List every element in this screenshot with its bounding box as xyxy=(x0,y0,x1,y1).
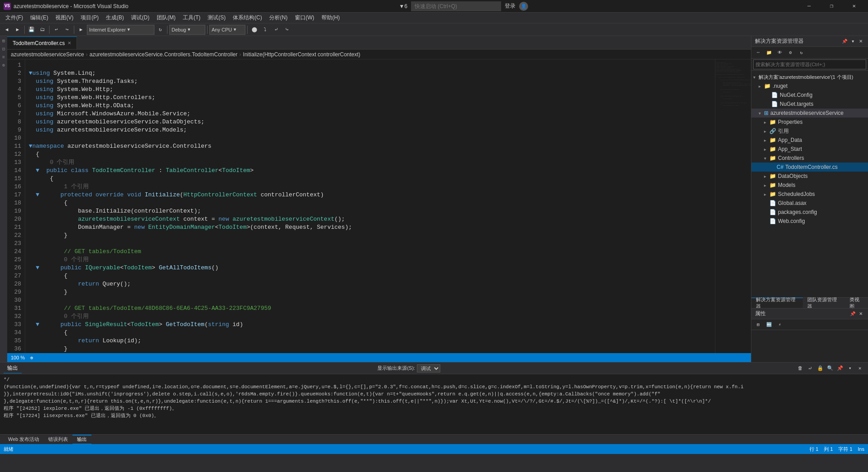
tree-globalasax[interactable]: 📄 Global.asax xyxy=(751,199,868,208)
config-dropdown[interactable]: Debug ▾ xyxy=(169,25,205,35)
output-word-wrap[interactable]: ⤾ xyxy=(806,364,815,373)
breadcrumb-root[interactable]: azuretestmobileserviceService xyxy=(11,51,84,58)
tab-todo-controller[interactable]: TodoItemController.cs ✕ xyxy=(7,36,77,49)
tab-close[interactable]: ✕ xyxy=(68,41,71,45)
breadcrumb-class[interactable]: azuretestmobileserviceService.Controller… xyxy=(90,51,238,58)
globalasax-icon: 📄 xyxy=(769,200,776,206)
tree-nuget[interactable]: ▸ 📁 .nuget xyxy=(751,82,868,91)
status-tab-web-publish[interactable]: Web 发布活动 xyxy=(4,435,44,445)
tree-nugettargets[interactable]: 📄 NuGet.targets xyxy=(751,100,868,109)
tree-packages[interactable]: 📄 packages.config xyxy=(751,208,868,217)
menu-project[interactable]: 项目(P) xyxy=(77,13,102,23)
browser-dropdown[interactable]: Internet Explorer ▾ xyxy=(87,25,154,35)
sol-hide[interactable]: ▾ xyxy=(849,38,856,45)
sol-sync[interactable]: ↔ xyxy=(753,48,763,58)
code-scroll[interactable]: 12345 678910 1112131415 1617181920 21222… xyxy=(7,59,751,353)
status-tab-output[interactable]: 输出 xyxy=(72,435,91,445)
tree-scheduledjobs[interactable]: ▸ 📁 ScheduledJobs xyxy=(751,190,868,199)
toolbar-undo[interactable]: ↩ xyxy=(51,25,61,35)
menu-tools[interactable]: 工具(T) xyxy=(179,13,204,23)
platform-dropdown[interactable]: Any CPU ▾ xyxy=(209,25,245,35)
properties-label: Properties xyxy=(778,119,803,125)
sol-tab-team[interactable]: 团队资源管理器 xyxy=(803,298,845,309)
activity-solution[interactable]: ⊞ xyxy=(0,38,7,44)
sol-show-all[interactable]: 👁 xyxy=(775,48,785,58)
menu-view[interactable]: 视图(V) xyxy=(52,13,77,23)
minimize-button[interactable]: ─ xyxy=(799,0,819,13)
toolbar-breakpoints[interactable]: ⬤ xyxy=(249,25,259,35)
toolbar-save-all[interactable]: 🗂 xyxy=(37,25,47,35)
menu-architecture[interactable]: 体系结构(C) xyxy=(229,13,266,23)
toolbar-redo[interactable]: ↪ xyxy=(62,25,72,35)
menu-edit[interactable]: 编辑(E) xyxy=(27,13,52,23)
status-tab-errors[interactable]: 错误列表 xyxy=(44,435,72,445)
output-lock[interactable]: 🔒 xyxy=(816,364,825,373)
user-login[interactable]: 登录 xyxy=(505,2,515,10)
props-sort-cat[interactable]: ⊞ xyxy=(753,320,763,330)
breadcrumb-method[interactable]: Initialize(HttpControllerContext control… xyxy=(243,51,361,58)
sol-refresh[interactable]: ↻ xyxy=(796,48,806,58)
sol-new-folder[interactable]: 📁 xyxy=(764,48,774,58)
toolbar-step-over[interactable]: ⤵ xyxy=(260,25,270,35)
code-editor[interactable]: ▼using System.Linq; using System.Threadi… xyxy=(25,59,715,353)
tree-project[interactable]: ▾ ⊞ azuretestmobileserviceService xyxy=(751,109,868,118)
tree-models[interactable]: ▸ 📁 Models xyxy=(751,181,868,190)
quick-launch-search[interactable] xyxy=(411,1,501,11)
tree-controllers[interactable]: ▾ 📁 Controllers xyxy=(751,154,868,163)
toolbar-back[interactable]: ◀ xyxy=(2,25,12,35)
toolbar-refresh[interactable]: ↻ xyxy=(155,25,165,35)
tree-appdata[interactable]: ▸ 📁 App_Data xyxy=(751,136,868,145)
webconfig-label: Web.config xyxy=(778,218,805,224)
notifications-badge[interactable]: ▼6 xyxy=(399,3,407,9)
menu-test[interactable]: 测试(S) xyxy=(204,13,229,23)
tree-todocontroller[interactable]: C# TodoItemController.cs xyxy=(751,163,868,172)
toolbar-forward[interactable]: ▶ xyxy=(13,25,23,35)
tree-webconfig[interactable]: 📄 Web.config xyxy=(751,217,868,226)
sol-header-buttons: 📌 ▾ ✕ xyxy=(841,38,864,45)
menu-help[interactable]: 帮助(H) xyxy=(318,13,344,23)
output-source-dropdown[interactable]: 调试 生成 输出 xyxy=(417,364,440,372)
sol-close[interactable]: ✕ xyxy=(857,38,864,45)
output-close[interactable]: ✕ xyxy=(855,364,864,373)
output-tab-bar: 输出 xyxy=(4,363,22,373)
sol-tab-class[interactable]: 类视图 xyxy=(845,298,868,309)
menu-window[interactable]: 窗口(W) xyxy=(291,13,318,23)
output-hide[interactable]: ▾ xyxy=(845,364,854,373)
props-content xyxy=(751,330,868,362)
toolbar: ◀ ▶ 💾 🗂 ↩ ↪ ▶ Internet Explorer ▾ ↻ Debu… xyxy=(0,23,868,36)
output-pin[interactable]: 📌 xyxy=(836,364,845,373)
sol-pin[interactable]: 📌 xyxy=(841,38,848,45)
tree-dataobjects[interactable]: ▸ 📁 DataObjects xyxy=(751,172,868,181)
props-pin[interactable]: 📌 xyxy=(849,310,856,318)
tree-solution[interactable]: ▾ 解决方案'azuretestmobileservice'(1 个项目) xyxy=(751,73,868,82)
toolbar-step-into[interactable]: ⤶ xyxy=(271,25,281,35)
restore-button[interactable]: ❐ xyxy=(821,0,842,13)
models-icon: 📁 xyxy=(769,182,776,188)
sol-props[interactable]: ⚙ xyxy=(786,48,796,58)
output-find[interactable]: 🔍 xyxy=(826,364,835,373)
tree-properties[interactable]: ▸ 📁 Properties xyxy=(751,118,868,127)
activity-team[interactable]: ⊕ xyxy=(0,62,7,68)
menu-analyze[interactable]: 分析(N) xyxy=(266,13,291,23)
output-tab[interactable]: 输出 xyxy=(4,363,22,373)
menu-build[interactable]: 生成(B) xyxy=(102,13,127,23)
toolbar-save[interactable]: 💾 xyxy=(27,25,36,35)
tree-appstart[interactable]: ▸ 📁 App_Start xyxy=(751,145,868,154)
props-close[interactable]: ✕ xyxy=(857,310,864,318)
sol-search-input[interactable] xyxy=(753,59,866,69)
toolbar-step-out[interactable]: ⤷ xyxy=(282,25,292,35)
toolbar-start-debug[interactable]: ▶ xyxy=(76,25,86,35)
tree-references[interactable]: ▸ 🔗 引用 xyxy=(751,127,868,136)
activity-class[interactable]: ⊡ xyxy=(0,46,7,52)
menu-file[interactable]: 文件(F) xyxy=(2,13,27,23)
props-events[interactable]: ⚡ xyxy=(775,320,785,330)
output-clear[interactable]: 🗑 xyxy=(796,364,805,373)
props-sort-alpha[interactable]: 🔤 xyxy=(764,320,774,330)
menu-team[interactable]: 团队(M) xyxy=(153,13,179,23)
tree-nugetconfig[interactable]: 📄 NuGet.Config xyxy=(751,91,868,100)
sol-explorer-title: 解决方案资源管理器 xyxy=(755,37,804,45)
sol-tab-solution[interactable]: 解决方案资源管理器 xyxy=(751,298,803,309)
menu-debug[interactable]: 调试(D) xyxy=(127,13,153,23)
activity-props[interactable]: ≡ xyxy=(0,54,7,60)
close-button[interactable]: ✕ xyxy=(844,0,864,13)
